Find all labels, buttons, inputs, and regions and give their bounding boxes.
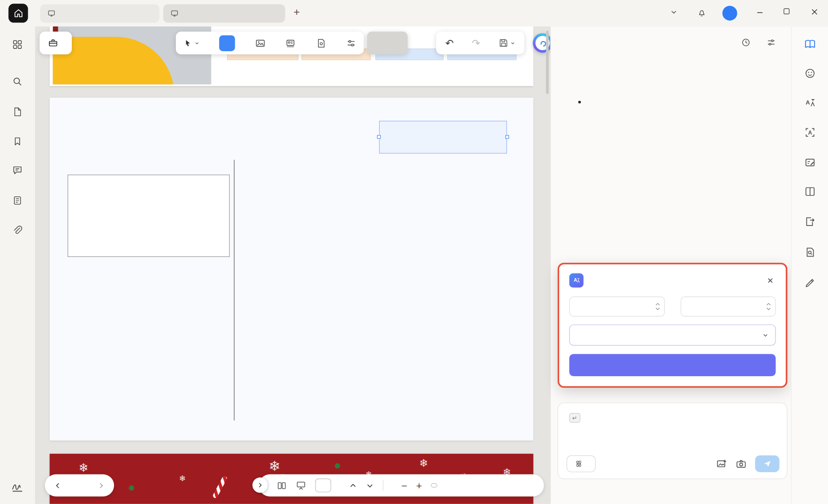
stepper-down-icon[interactable] (766, 307, 771, 310)
actual-size-button[interactable] (431, 483, 437, 487)
translate-by-pages-dialog: A ✕ (558, 263, 788, 388)
form-pencil-icon (804, 156, 815, 168)
tab-updf-all[interactable] (163, 4, 285, 22)
tool-search-doc[interactable] (804, 246, 815, 258)
undo-icon[interactable]: ↶ (445, 37, 454, 49)
stamp-tool-button[interactable] (285, 38, 296, 48)
tool-export[interactable] (804, 216, 815, 227)
save-button[interactable] (499, 38, 516, 48)
zoom-in-button[interactable]: + (416, 480, 422, 490)
stepper-up-icon[interactable] (655, 303, 660, 306)
stepper[interactable] (766, 303, 771, 311)
image-tool-button[interactable] (255, 38, 266, 48)
page-number-input[interactable] (315, 478, 331, 492)
ai-message (565, 89, 781, 262)
expand-panel-button[interactable] (252, 478, 267, 493)
avatar[interactable] (723, 6, 737, 21)
tool-ocr[interactable]: A (804, 126, 815, 138)
think-mode-button[interactable] (567, 455, 596, 472)
home-button[interactable] (9, 4, 28, 22)
new-tab-button[interactable]: + (294, 6, 300, 18)
document-icon (12, 107, 23, 117)
panel-settings-button[interactable] (766, 38, 776, 48)
prompt-placeholder: ↵ (567, 410, 779, 422)
holly-icon (335, 463, 340, 469)
redo-icon[interactable]: ↷ (472, 37, 480, 49)
text-tool-button[interactable] (219, 35, 235, 51)
selected-text-box[interactable] (379, 121, 507, 153)
history-button[interactable] (741, 38, 751, 48)
holly-icon (129, 486, 134, 491)
tool-annotate-pen[interactable] (804, 277, 815, 289)
emoji-icon (804, 68, 815, 79)
tool-translate[interactable]: A (804, 97, 815, 109)
selection-handle-right[interactable] (505, 135, 509, 139)
select-tool-button[interactable] (183, 38, 199, 48)
sidebar-item-attachments[interactable] (12, 225, 23, 236)
history-save-group: ↶ ↷ (436, 32, 525, 55)
sidebar-item-apps[interactable] (12, 39, 23, 50)
sidebar-item-bookmarks[interactable] (12, 136, 23, 147)
maximize-button[interactable] (784, 9, 789, 14)
tab-medforms[interactable] (40, 4, 159, 22)
stepper[interactable] (655, 303, 660, 311)
chevron-right-icon (257, 482, 263, 488)
tool-sticker[interactable] (804, 68, 815, 79)
page-from-field[interactable] (569, 296, 664, 317)
svg-text:A: A (806, 99, 810, 106)
send-plane-icon (763, 460, 771, 468)
home-icon (13, 8, 24, 19)
page-up-chevron-icon[interactable] (349, 482, 357, 490)
sliders-icon (346, 38, 357, 48)
column-divider (234, 160, 234, 421)
close-window-button[interactable] (811, 9, 818, 15)
updf-window: + (0, 0, 828, 504)
page-annotation-tool-button[interactable] (315, 38, 326, 48)
stepper-down-icon[interactable] (655, 307, 660, 310)
tool-reader-active[interactable] (804, 38, 816, 50)
selection-handle-left[interactable] (377, 135, 381, 139)
sidebar-item-summary[interactable] (12, 195, 23, 206)
sidebar-item-pages[interactable] (12, 107, 23, 117)
collapse-toolbar-button[interactable] (670, 8, 678, 17)
two-page-view-icon[interactable] (277, 480, 287, 490)
add-image-icon[interactable] (716, 458, 727, 469)
back-chevron-icon[interactable] (54, 482, 62, 490)
monitor-icon (48, 9, 56, 17)
page-down-chevron-icon[interactable] (366, 482, 374, 490)
send-button[interactable] (755, 455, 780, 472)
nav-history-group (45, 474, 114, 496)
page-to-field[interactable] (680, 296, 775, 317)
filter-sliders-icon (766, 38, 776, 48)
search-icon (12, 76, 23, 87)
scrollbar[interactable] (546, 30, 549, 94)
prompt-input-card[interactable]: ↵ (558, 403, 788, 479)
save-icon (499, 38, 508, 48)
ocr-scan-icon: A (804, 126, 815, 138)
sidebar-item-comments[interactable] (12, 165, 23, 176)
werkzeuge-button[interactable] (39, 32, 72, 55)
properties-tool-button[interactable] (346, 38, 357, 48)
notifications-button[interactable] (697, 8, 706, 17)
stepper-up-icon[interactable] (766, 303, 771, 306)
presentation-icon[interactable] (296, 480, 307, 491)
page-from-input[interactable] (570, 297, 664, 316)
tool-form-fill[interactable] (804, 156, 815, 168)
page-to-input[interactable] (681, 297, 775, 316)
pdf-canvas: ❄ ❄ ❄ ❄ ❄ ❄ (35, 26, 550, 504)
snowflake-icon: ❄ (419, 457, 428, 469)
tool-page-layout[interactable] (804, 186, 815, 197)
language-select[interactable] (569, 325, 775, 346)
schliessen-button[interactable] (367, 32, 408, 55)
forward-chevron-icon[interactable] (97, 482, 105, 490)
dialog-close-button[interactable]: ✕ (765, 274, 775, 286)
screenshot-camera-icon[interactable] (736, 458, 747, 469)
minimize-button[interactable] (756, 9, 763, 16)
svg-text:A: A (574, 278, 577, 282)
zoom-out-button[interactable]: − (401, 480, 407, 490)
bookmark-icon (12, 136, 23, 147)
sidebar-item-search[interactable] (12, 76, 23, 87)
right-toolbar: A A (791, 26, 828, 504)
uebersetzen-button[interactable] (569, 354, 775, 376)
sidebar-item-signature[interactable] (11, 481, 24, 493)
